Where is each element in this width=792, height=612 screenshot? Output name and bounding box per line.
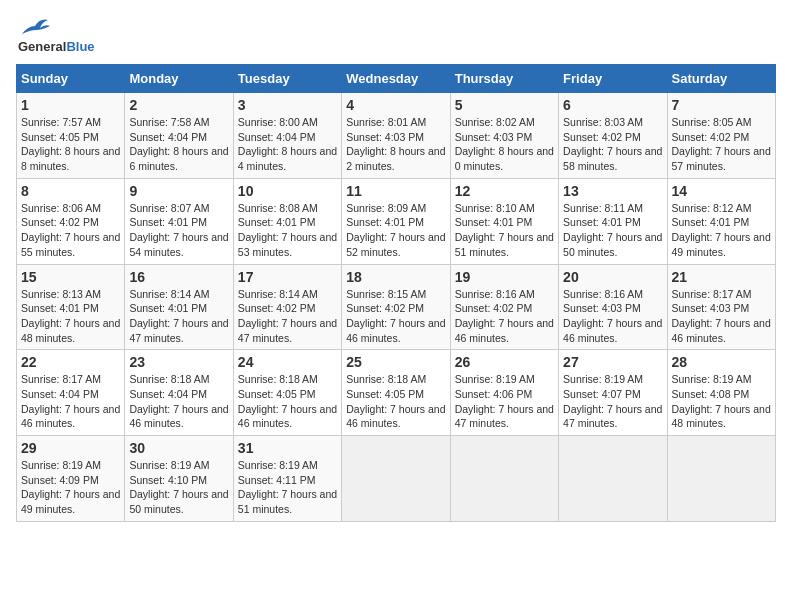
sunset-label: Sunset: 4:03 PM xyxy=(672,302,750,314)
day-number: 11 xyxy=(346,183,445,199)
day-number: 31 xyxy=(238,440,337,456)
day-info: Sunrise: 8:19 AM Sunset: 4:11 PM Dayligh… xyxy=(238,458,337,517)
day-info: Sunrise: 8:07 AM Sunset: 4:01 PM Dayligh… xyxy=(129,201,228,260)
calendar-cell xyxy=(559,436,667,522)
sunset-label: Sunset: 4:07 PM xyxy=(563,388,641,400)
sunrise-label: Sunrise: 8:00 AM xyxy=(238,116,318,128)
sunrise-label: Sunrise: 8:08 AM xyxy=(238,202,318,214)
calendar-cell xyxy=(667,436,775,522)
sunrise-label: Sunrise: 8:01 AM xyxy=(346,116,426,128)
day-number: 30 xyxy=(129,440,228,456)
day-info: Sunrise: 8:13 AM Sunset: 4:01 PM Dayligh… xyxy=(21,287,120,346)
day-number: 27 xyxy=(563,354,662,370)
daylight-label: Daylight: 7 hours and 49 minutes. xyxy=(21,488,120,515)
sunrise-label: Sunrise: 8:11 AM xyxy=(563,202,643,214)
sunset-label: Sunset: 4:11 PM xyxy=(238,474,316,486)
calendar-cell: 6 Sunrise: 8:03 AM Sunset: 4:02 PM Dayli… xyxy=(559,93,667,179)
sunrise-label: Sunrise: 8:10 AM xyxy=(455,202,535,214)
day-number: 8 xyxy=(21,183,120,199)
day-info: Sunrise: 8:19 AM Sunset: 4:09 PM Dayligh… xyxy=(21,458,120,517)
sunset-label: Sunset: 4:01 PM xyxy=(455,216,533,228)
day-info: Sunrise: 8:12 AM Sunset: 4:01 PM Dayligh… xyxy=(672,201,771,260)
sunset-label: Sunset: 4:01 PM xyxy=(21,302,99,314)
sunset-label: Sunset: 4:04 PM xyxy=(129,131,207,143)
day-info: Sunrise: 8:19 AM Sunset: 4:06 PM Dayligh… xyxy=(455,372,554,431)
day-number: 17 xyxy=(238,269,337,285)
day-number: 24 xyxy=(238,354,337,370)
sunrise-label: Sunrise: 7:58 AM xyxy=(129,116,209,128)
day-info: Sunrise: 8:03 AM Sunset: 4:02 PM Dayligh… xyxy=(563,115,662,174)
day-info: Sunrise: 8:19 AM Sunset: 4:07 PM Dayligh… xyxy=(563,372,662,431)
calendar-cell: 5 Sunrise: 8:02 AM Sunset: 4:03 PM Dayli… xyxy=(450,93,558,179)
day-info: Sunrise: 8:15 AM Sunset: 4:02 PM Dayligh… xyxy=(346,287,445,346)
day-info: Sunrise: 8:14 AM Sunset: 4:02 PM Dayligh… xyxy=(238,287,337,346)
daylight-label: Daylight: 7 hours and 46 minutes. xyxy=(238,403,337,430)
day-info: Sunrise: 8:00 AM Sunset: 4:04 PM Dayligh… xyxy=(238,115,337,174)
daylight-label: Daylight: 7 hours and 57 minutes. xyxy=(672,145,771,172)
calendar-header-row: SundayMondayTuesdayWednesdayThursdayFrid… xyxy=(17,65,776,93)
sunrise-label: Sunrise: 8:14 AM xyxy=(129,288,209,300)
calendar-cell xyxy=(450,436,558,522)
day-info: Sunrise: 8:08 AM Sunset: 4:01 PM Dayligh… xyxy=(238,201,337,260)
day-info: Sunrise: 8:10 AM Sunset: 4:01 PM Dayligh… xyxy=(455,201,554,260)
sunrise-label: Sunrise: 8:18 AM xyxy=(238,373,318,385)
sunset-label: Sunset: 4:01 PM xyxy=(238,216,316,228)
calendar-table: SundayMondayTuesdayWednesdayThursdayFrid… xyxy=(16,64,776,522)
calendar-cell: 2 Sunrise: 7:58 AM Sunset: 4:04 PM Dayli… xyxy=(125,93,233,179)
day-number: 28 xyxy=(672,354,771,370)
sunset-label: Sunset: 4:01 PM xyxy=(672,216,750,228)
calendar-cell: 20 Sunrise: 8:16 AM Sunset: 4:03 PM Dayl… xyxy=(559,264,667,350)
day-number: 3 xyxy=(238,97,337,113)
calendar-week-row: 29 Sunrise: 8:19 AM Sunset: 4:09 PM Dayl… xyxy=(17,436,776,522)
sunset-label: Sunset: 4:01 PM xyxy=(129,302,207,314)
daylight-label: Daylight: 8 hours and 0 minutes. xyxy=(455,145,554,172)
day-info: Sunrise: 7:58 AM Sunset: 4:04 PM Dayligh… xyxy=(129,115,228,174)
day-number: 13 xyxy=(563,183,662,199)
daylight-label: Daylight: 7 hours and 48 minutes. xyxy=(21,317,120,344)
daylight-label: Daylight: 7 hours and 50 minutes. xyxy=(129,488,228,515)
calendar-cell: 25 Sunrise: 8:18 AM Sunset: 4:05 PM Dayl… xyxy=(342,350,450,436)
sunrise-label: Sunrise: 8:17 AM xyxy=(672,288,752,300)
day-info: Sunrise: 8:01 AM Sunset: 4:03 PM Dayligh… xyxy=(346,115,445,174)
sunrise-label: Sunrise: 8:17 AM xyxy=(21,373,101,385)
daylight-label: Daylight: 7 hours and 54 minutes. xyxy=(129,231,228,258)
sunrise-label: Sunrise: 8:19 AM xyxy=(563,373,643,385)
sunrise-label: Sunrise: 8:12 AM xyxy=(672,202,752,214)
sunrise-label: Sunrise: 8:19 AM xyxy=(129,459,209,471)
calendar-cell: 21 Sunrise: 8:17 AM Sunset: 4:03 PM Dayl… xyxy=(667,264,775,350)
calendar-cell: 26 Sunrise: 8:19 AM Sunset: 4:06 PM Dayl… xyxy=(450,350,558,436)
day-number: 1 xyxy=(21,97,120,113)
day-number: 4 xyxy=(346,97,445,113)
column-header-thursday: Thursday xyxy=(450,65,558,93)
day-number: 29 xyxy=(21,440,120,456)
sunset-label: Sunset: 4:04 PM xyxy=(21,388,99,400)
column-header-tuesday: Tuesday xyxy=(233,65,341,93)
day-info: Sunrise: 8:11 AM Sunset: 4:01 PM Dayligh… xyxy=(563,201,662,260)
sunset-label: Sunset: 4:02 PM xyxy=(238,302,316,314)
daylight-label: Daylight: 7 hours and 55 minutes. xyxy=(21,231,120,258)
day-number: 2 xyxy=(129,97,228,113)
day-number: 16 xyxy=(129,269,228,285)
calendar-cell: 11 Sunrise: 8:09 AM Sunset: 4:01 PM Dayl… xyxy=(342,178,450,264)
daylight-label: Daylight: 7 hours and 47 minutes. xyxy=(563,403,662,430)
daylight-label: Daylight: 7 hours and 46 minutes. xyxy=(129,403,228,430)
logo-subtitle: GeneralBlue xyxy=(18,39,95,54)
sunset-label: Sunset: 4:06 PM xyxy=(455,388,533,400)
sunset-label: Sunset: 4:04 PM xyxy=(238,131,316,143)
sunrise-label: Sunrise: 8:03 AM xyxy=(563,116,643,128)
day-info: Sunrise: 7:57 AM Sunset: 4:05 PM Dayligh… xyxy=(21,115,120,174)
column-header-wednesday: Wednesday xyxy=(342,65,450,93)
sunrise-label: Sunrise: 8:05 AM xyxy=(672,116,752,128)
daylight-label: Daylight: 8 hours and 4 minutes. xyxy=(238,145,337,172)
daylight-label: Daylight: 7 hours and 47 minutes. xyxy=(238,317,337,344)
calendar-cell: 23 Sunrise: 8:18 AM Sunset: 4:04 PM Dayl… xyxy=(125,350,233,436)
day-number: 23 xyxy=(129,354,228,370)
sunset-label: Sunset: 4:01 PM xyxy=(563,216,641,228)
calendar-cell: 28 Sunrise: 8:19 AM Sunset: 4:08 PM Dayl… xyxy=(667,350,775,436)
daylight-label: Daylight: 7 hours and 46 minutes. xyxy=(455,317,554,344)
day-number: 15 xyxy=(21,269,120,285)
sunset-label: Sunset: 4:01 PM xyxy=(129,216,207,228)
day-number: 6 xyxy=(563,97,662,113)
sunset-label: Sunset: 4:02 PM xyxy=(346,302,424,314)
sunset-label: Sunset: 4:02 PM xyxy=(672,131,750,143)
